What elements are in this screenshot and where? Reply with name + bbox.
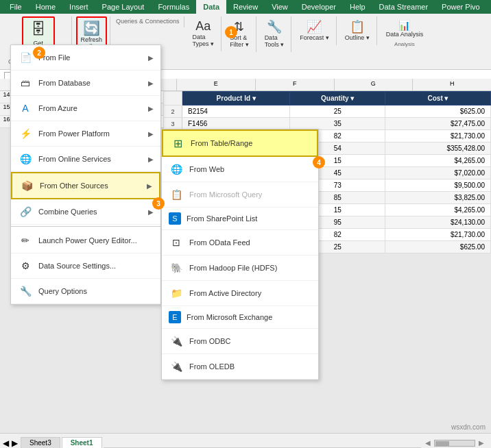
scroll-bar-area: ◀ ▶ — [421, 438, 488, 448]
from-azure-arrow: ▶ — [148, 105, 154, 112]
scroll-right-btn[interactable]: ▶ — [479, 439, 484, 447]
from-table-range-icon: ⊞ — [170, 136, 185, 151]
from-ms-exchange-icon: E — [169, 311, 181, 323]
menu-item-from-sharepoint[interactable]: S From SharePoint List — [162, 208, 318, 230]
tab-data[interactable]: Data — [196, 0, 226, 14]
menu-item-combine-queries[interactable]: 🔗 Combine Queries ▶ — [11, 199, 160, 225]
annotation-3: 3 — [152, 197, 165, 210]
forecast-button[interactable]: 📈 Forecast ▾ — [296, 16, 333, 44]
menu-item-from-ms-exchange[interactable]: E From Microsoft Exchange — [162, 306, 318, 329]
from-odbc-icon: 🔌 — [169, 334, 184, 349]
data-analysis-button[interactable]: 📊 Data Analysis — [381, 16, 429, 41]
from-file-icon: 📄 — [18, 50, 33, 65]
queries-connections-label: Queries & Connections — [116, 18, 180, 25]
from-database-arrow: ▶ — [148, 79, 154, 87]
get-data-icon: 🗄 — [29, 20, 48, 39]
from-other-sources-submenu: ⊞ From Table/Range 🌐 From Web 📋 From Mic… — [161, 129, 319, 380]
tab-data-streamer[interactable]: Data Streamer — [372, 0, 435, 14]
from-ms-query-icon: 📋 — [169, 187, 184, 202]
analysis-group-label: Analysis — [394, 41, 415, 47]
tab-view[interactable]: View — [265, 0, 295, 14]
menu-item-query-options[interactable]: 🔧 Query Options — [11, 279, 160, 304]
outline-button[interactable]: 📋 Outline ▾ — [341, 16, 374, 44]
table-row: 2 B2154 25 $625.00 — [164, 105, 491, 118]
watermark: wsxdn.com — [451, 423, 486, 431]
data-source-settings-icon: ⚙ — [18, 258, 33, 273]
menu-item-from-oledb[interactable]: 🔌 From OLEDB — [162, 354, 318, 379]
menu-item-from-power-platform[interactable]: ⚡ From Power Platform ▶ — [11, 121, 160, 147]
menu-item-from-table-range[interactable]: ⊞ From Table/Range — [162, 129, 318, 157]
from-other-sources-icon: 📦 — [19, 178, 34, 193]
data-tools-label: DataTools ▾ — [265, 34, 285, 48]
from-azure-icon: A — [18, 101, 33, 116]
tab-review[interactable]: Review — [226, 0, 265, 14]
query-options-icon: 🔧 — [18, 284, 33, 299]
tab-help[interactable]: Help — [343, 0, 372, 14]
menu-item-from-odbc[interactable]: 🔌 From ODBC — [162, 329, 318, 354]
menu-item-from-azure[interactable]: A From Azure ▶ — [11, 96, 160, 121]
from-other-sources-arrow: ▶ — [147, 182, 152, 190]
sheet-tab-3[interactable]: Sheet3 — [21, 437, 60, 448]
data-tools-button[interactable]: 🔧 DataTools ▾ — [261, 16, 289, 51]
from-active-dir-icon: 📁 — [169, 286, 184, 301]
menu-item-from-hadoop[interactable]: 🐘 From Hadoop File (HDFS) — [162, 256, 318, 281]
menu-item-from-ms-query[interactable]: 📋 From Microsoft Query — [162, 182, 318, 208]
from-file-arrow: ▶ — [148, 54, 154, 62]
tab-developer[interactable]: Developer — [295, 0, 343, 14]
menu-item-from-odata[interactable]: ⊡ From OData Feed — [162, 230, 318, 256]
from-power-platform-icon: ⚡ — [18, 126, 33, 141]
menu-item-from-other-sources[interactable]: 📦 From Other Sources ▶ — [11, 172, 160, 199]
annotation-1: 1 — [225, 26, 237, 38]
col-header-cost: Cost ▾ — [385, 92, 490, 105]
from-sharepoint-icon: S — [169, 212, 181, 225]
sheet-tab-1[interactable]: Sheet1 — [62, 437, 102, 448]
get-data-menu: 📄 From File ▶ 🗃 From Database ▶ A From A… — [10, 45, 161, 305]
menu-item-data-source-settings[interactable]: ⚙ Data Source Settings... — [11, 253, 160, 279]
refresh-icon: 🔄 — [83, 20, 100, 36]
col-header-quantity: Quantity ▾ — [290, 92, 385, 105]
menu-item-from-web[interactable]: 🌐 From Web — [162, 157, 318, 182]
from-hadoop-icon: 🐘 — [169, 260, 184, 275]
annotation-2: 2 — [33, 47, 45, 59]
from-web-icon: 🌐 — [169, 162, 184, 177]
menu-divider-1 — [11, 226, 160, 227]
tab-file[interactable]: File — [3, 0, 29, 14]
combine-queries-arrow: ▶ — [148, 208, 154, 216]
launch-pq-icon: ✏ — [18, 233, 33, 248]
col-header-product-id: Product Id ▾ — [182, 92, 290, 105]
menu-item-from-online-services[interactable]: 🌐 From Online Services ▶ — [11, 147, 160, 172]
outline-icon: 📋 — [350, 19, 365, 34]
tab-insert[interactable]: Insert — [62, 0, 95, 14]
data-types-button[interactable]: Aa DataTypes ▾ — [189, 16, 219, 50]
annotation-4: 4 — [313, 156, 325, 169]
from-odata-icon: ⊡ — [169, 235, 184, 250]
outline-label: Outline ▾ — [345, 34, 370, 41]
tab-page-layout[interactable]: Page Layout — [95, 0, 152, 14]
ribbon-tabs: File Home Insert Page Layout Formulas Da… — [0, 0, 491, 14]
data-tools-icon: 🔧 — [267, 19, 282, 34]
sheet-tabs: ◀ ▶ Sheet3 Sheet1 ◀ ▶ — [0, 433, 491, 448]
from-online-services-icon: 🌐 — [18, 151, 33, 166]
from-power-platform-arrow: ▶ — [148, 130, 154, 138]
tab-formulas[interactable]: Formulas — [151, 0, 196, 14]
right-col-headers: E F G H — [163, 79, 491, 91]
forecast-icon: 📈 — [307, 19, 322, 34]
data-analysis-label: Data Analysis — [386, 31, 424, 38]
menu-item-from-database[interactable]: 🗃 From Database ▶ — [11, 71, 160, 96]
tab-power-pivot[interactable]: Power Pivo — [435, 0, 487, 14]
tab-home[interactable]: Home — [29, 0, 62, 14]
data-analysis-icon: 📊 — [398, 20, 410, 31]
forecast-label: Forecast ▾ — [300, 34, 329, 41]
from-database-icon: 🗃 — [18, 75, 33, 90]
table-row: 3 F1456 35 $27,475.00 — [164, 118, 491, 130]
menu-item-launch-pq[interactable]: ✏ Launch Power Query Editor... — [11, 228, 160, 253]
data-types-icon: Aa — [195, 19, 211, 34]
combine-queries-icon: 🔗 — [18, 204, 33, 219]
data-types-label: DataTypes ▾ — [193, 34, 215, 47]
from-online-services-arrow: ▶ — [148, 155, 154, 163]
menu-item-from-active-directory[interactable]: 📁 From Active Directory — [162, 281, 318, 306]
scroll-left-btn[interactable]: ◀ — [425, 439, 431, 447]
sheet-scroll-left[interactable]: ◀ — [3, 438, 9, 448]
sheet-scroll-right[interactable]: ▶ — [12, 438, 18, 448]
from-oledb-icon: 🔌 — [169, 359, 184, 374]
